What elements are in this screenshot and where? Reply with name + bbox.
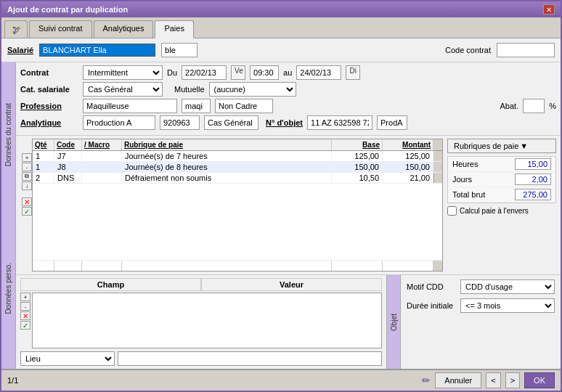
cadre-input[interactable] xyxy=(215,99,273,113)
day-au: Di xyxy=(346,65,360,80)
delete-row-btn[interactable]: ✕ xyxy=(22,197,32,206)
th-code: Code xyxy=(54,139,82,150)
time-input[interactable] xyxy=(250,65,279,80)
th-qte: Qté xyxy=(33,139,54,150)
nobj-input[interactable] xyxy=(307,115,372,130)
page-indicator: 1/1 xyxy=(7,376,18,385)
code-contrat-label: Code contrat xyxy=(445,46,491,54)
profession-row: Profession Abat. % xyxy=(20,99,556,113)
total-brut-row: Total brut xyxy=(448,187,555,203)
side-action-buttons: + - ⧉ ↓ ✕ ✓ xyxy=(20,152,32,271)
champ-minus-btn[interactable]: - xyxy=(20,302,30,311)
down-row-btn[interactable]: ↓ xyxy=(22,181,32,190)
close-button[interactable]: ✕ xyxy=(543,4,555,15)
jours-row: Jours xyxy=(448,172,555,187)
analytique-type-input[interactable] xyxy=(204,115,258,130)
analytique-label: Analytique xyxy=(20,118,78,127)
champ-valeur-header: Champ Valeur xyxy=(20,278,382,291)
input-montant[interactable] xyxy=(383,261,433,271)
champ-add-btn[interactable]: + xyxy=(20,293,30,301)
add-row-btn[interactable]: + xyxy=(22,153,32,162)
rubriques-paie-button[interactable]: Rubriques de paie ▼ xyxy=(447,139,556,153)
prev-button[interactable]: < xyxy=(486,372,500,388)
table-area: + - ⧉ ↓ ✕ ✓ Qté xyxy=(20,139,443,271)
profession-input[interactable] xyxy=(83,99,177,113)
analytique-code-input[interactable] xyxy=(160,115,200,130)
code-contrat-input[interactable] xyxy=(497,43,555,57)
salarie-input[interactable] xyxy=(39,44,155,57)
duree-initiale-row: Durée initiale <= 3 mois xyxy=(407,298,555,313)
tab-suivi-contrat[interactable]: Suivi contrat xyxy=(29,20,92,38)
contrat-type-select[interactable]: Intermittent xyxy=(83,65,163,80)
champ-valeur-area: + - ✕ ✓ xyxy=(20,293,382,348)
next-button[interactable]: > xyxy=(505,372,520,388)
input-code[interactable] xyxy=(54,261,82,271)
footer: 1/1 ✏ Annuler < > OK xyxy=(1,369,561,391)
duree-initiale-select[interactable]: <= 3 mois xyxy=(460,298,555,313)
summary-box: Heures Jours Total brut xyxy=(447,156,556,203)
heures-value[interactable] xyxy=(515,158,551,170)
title-bar: Ajout de contrat par duplication ✕ xyxy=(1,1,561,17)
td-macro-3 xyxy=(82,173,122,183)
minus-row-btn[interactable]: - xyxy=(22,163,32,171)
champ-side-buttons: + - ✕ ✓ xyxy=(20,293,30,348)
copy-row-btn[interactable]: ⧉ xyxy=(22,172,32,181)
td-qte-1: 1 xyxy=(33,151,54,161)
mutuelle-select[interactable]: (aucune) xyxy=(209,82,296,97)
td-qte-3: 2 xyxy=(33,173,54,183)
date-du-input[interactable] xyxy=(182,65,227,80)
nobj-code-input[interactable] xyxy=(377,115,407,130)
input-macro[interactable] xyxy=(82,261,122,271)
td-montant-2: 150,00 xyxy=(383,162,433,172)
td-base-1: 125,00 xyxy=(332,151,383,161)
table-body: 1 J7 Journée(s) de 7 heures 125,00 125,0… xyxy=(33,151,442,260)
total-brut-value[interactable] xyxy=(515,189,551,200)
mutuelle-label: Mutuelle xyxy=(174,85,205,94)
table-row: 2 DNS Défraiement non soumis 10,50 21,00 xyxy=(33,173,442,184)
th-montant: Montant xyxy=(383,139,433,150)
table-row: 1 J8 Journée(s) de 8 heures 150,00 150,0… xyxy=(33,162,442,173)
main-content: Salarié Code contrat Données du contrat … xyxy=(1,38,561,369)
th-macro: / Macro xyxy=(82,139,122,150)
input-qte[interactable] xyxy=(33,261,54,271)
cat-salariale-label: Cat. salariale xyxy=(20,85,78,94)
au-label: au xyxy=(283,68,292,77)
abat-input[interactable] xyxy=(523,99,545,113)
next-icon: > xyxy=(510,376,515,385)
tab-paies[interactable]: Paies xyxy=(155,20,194,38)
table-row: 1 J7 Journée(s) de 7 heures 125,00 125,0… xyxy=(33,151,442,162)
annuler-button[interactable]: Annuler xyxy=(435,372,481,388)
td-code-3: DNS xyxy=(54,173,82,183)
heures-row: Heures xyxy=(448,157,555,172)
analytique-input[interactable] xyxy=(83,115,155,130)
percent-label: % xyxy=(549,102,556,110)
champ-delete-btn[interactable]: ✕ xyxy=(20,311,30,320)
cat-salariale-select[interactable]: Cas Général xyxy=(83,82,163,97)
td-rubrique-1: Journée(s) de 7 heures xyxy=(122,151,332,161)
salarie-extra-input[interactable] xyxy=(161,43,197,57)
lieu-select[interactable]: Lieu xyxy=(20,351,115,366)
td-montant-1: 125,00 xyxy=(383,151,433,161)
jours-value[interactable] xyxy=(515,173,551,185)
footer-buttons: ✏ Annuler < > OK xyxy=(422,372,555,388)
donnees-contrat-label: Données du contrat xyxy=(4,103,12,166)
input-rubrique[interactable] xyxy=(122,261,332,271)
motif-cdd-select[interactable]: CDD d'usage xyxy=(460,279,555,294)
du-label: Du xyxy=(167,68,177,77)
motif-section: Motif CDD CDD d'usage Durée initiale <= … xyxy=(401,275,561,369)
ok-button[interactable]: OK xyxy=(524,372,555,388)
champ-check-btn[interactable]: ✓ xyxy=(20,321,30,330)
table-section: + - ⧉ ↓ ✕ ✓ Qté xyxy=(16,136,561,274)
date-au-input[interactable] xyxy=(296,65,341,80)
profession-code-input[interactable] xyxy=(182,99,211,113)
td-code-2: J8 xyxy=(54,162,82,172)
profession-label: Profession xyxy=(20,102,78,110)
calcul-checkbox[interactable] xyxy=(447,206,457,216)
input-base[interactable] xyxy=(332,261,383,271)
lieu-input[interactable] xyxy=(118,351,382,366)
window-title: Ajout de contrat par duplication xyxy=(7,5,128,14)
tab-icon[interactable]: 🕊 xyxy=(4,20,28,38)
checkmark-btn[interactable]: ✓ xyxy=(22,207,32,216)
tab-analytiques[interactable]: Analytiques xyxy=(94,20,154,38)
day-du: Ve xyxy=(231,65,245,80)
